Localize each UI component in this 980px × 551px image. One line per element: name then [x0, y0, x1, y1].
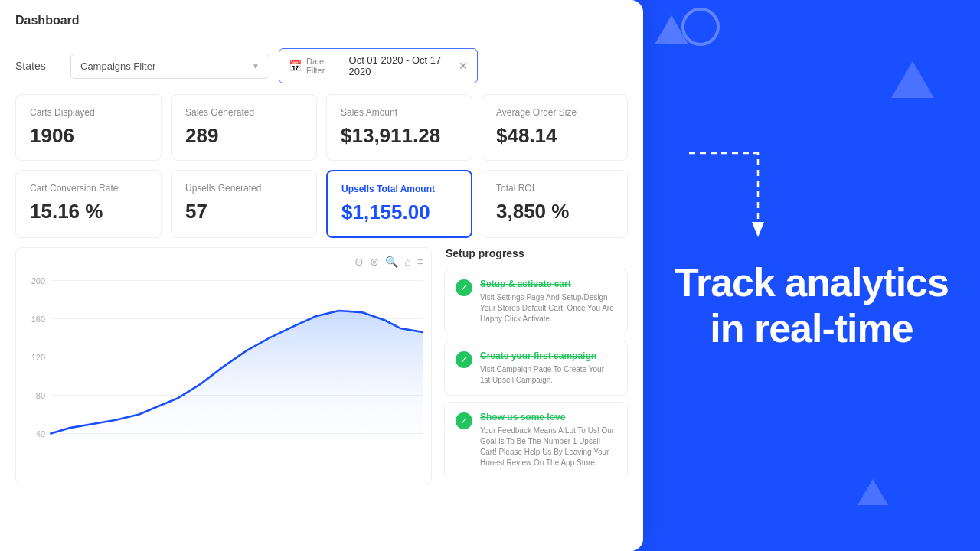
stat-value-sales-amount: $13,911.28 — [341, 124, 458, 148]
chevron-down-icon: ▼ — [252, 62, 260, 70]
states-label: States — [15, 60, 61, 72]
setup-progress-panel: Setup progress ✓Setup & activate cartVis… — [444, 247, 628, 484]
campaigns-filter-dropdown[interactable]: Campaigns Filter ▼ — [70, 54, 270, 79]
stat-card-upsells-generated: Upsells Generated57 — [171, 170, 317, 238]
calendar-icon: 📅 — [289, 60, 302, 72]
stat-value-sales-generated: 289 — [185, 124, 302, 148]
dashboard-header: Dashboard — [0, 0, 643, 37]
stat-value-carts-displayed: 1906 — [30, 124, 147, 148]
stat-value-average-order-size: $48.14 — [496, 124, 613, 148]
stat-value-cart-conversion-rate: 15.16 % — [30, 200, 147, 223]
stat-label-upsells-total-amount: Upsells Total Amount — [341, 184, 457, 194]
stat-label-total-roi: Total ROI — [496, 183, 613, 194]
setup-item-desc-show-us-love: Your Feedback Means A Lot To Us! Our Goa… — [480, 425, 616, 468]
date-filter-close-icon[interactable]: ✕ — [459, 60, 468, 72]
svg-text:80: 80 — [36, 391, 45, 400]
stat-value-total-roi: 3,850 % — [496, 200, 613, 223]
stat-label-cart-conversion-rate: Cart Conversion Rate — [30, 183, 147, 194]
stat-label-sales-generated: Sales Generated — [185, 107, 302, 118]
setup-check-icon-create-first-campaign: ✓ — [456, 351, 472, 368]
setup-item-create-first-campaign: ✓Create your first campaignVisit Campaig… — [444, 341, 628, 396]
setup-item-desc-setup-activate-cart: Visit Settings Page And Setup/Design You… — [480, 292, 616, 324]
stat-label-sales-amount: Sales Amount — [341, 107, 458, 118]
stat-value-upsells-total-amount: $1,155.00 — [341, 201, 457, 224]
svg-text:120: 120 — [31, 353, 45, 362]
svg-marker-10 — [752, 222, 764, 237]
promo-area: Track analytics in real-time — [643, 0, 980, 551]
chart-icon-4[interactable]: ⌂ — [404, 256, 410, 268]
chart-icon-5[interactable]: ≡ — [417, 256, 423, 268]
stat-card-average-order-size: Average Order Size$48.14 — [482, 94, 628, 161]
stat-card-total-roi: Total ROI3,850 % — [482, 170, 628, 238]
promo-headline: Track analytics in real-time — [674, 260, 949, 352]
stat-label-upsells-generated: Upsells Generated — [185, 183, 302, 194]
stats-row-1: Carts Displayed1906Sales Generated289Sal… — [0, 94, 643, 170]
dashboard-panel: Dashboard States Campaigns Filter ▼ 📅 Da… — [0, 0, 643, 551]
stat-label-average-order-size: Average Order Size — [496, 107, 613, 118]
setup-item-show-us-love: ✓Show us some loveYour Feedback Means A … — [444, 402, 628, 478]
stat-card-upsells-total-amount: Upsells Total Amount$1,155.00 — [326, 170, 472, 238]
bottom-section: ⊙ ⊚ 🔍 ⌂ ≡ 200 160 120 80 40 — [0, 247, 643, 484]
chart-icon-2[interactable]: ⊚ — [370, 256, 379, 268]
setup-check-icon-show-us-love: ✓ — [456, 412, 472, 429]
stat-label-carts-displayed: Carts Displayed — [30, 107, 147, 118]
setup-item-title-create-first-campaign: Create your first campaign — [480, 350, 616, 361]
svg-text:160: 160 — [31, 315, 45, 324]
svg-text:40: 40 — [36, 429, 45, 439]
setup-items-list: ✓Setup & activate cartVisit Settings Pag… — [444, 269, 628, 478]
stats-row-2: Cart Conversion Rate15.16 %Upsells Gener… — [0, 170, 643, 247]
setup-progress-title: Setup progress — [444, 247, 628, 259]
date-filter-label: Date Filter — [306, 57, 341, 75]
svg-text:200: 200 — [31, 276, 45, 285]
setup-check-icon-setup-activate-cart: ✓ — [456, 279, 472, 296]
stat-card-carts-displayed: Carts Displayed1906 — [15, 94, 162, 161]
date-range-value: Oct 01 2020 - Oct 17 2020 — [349, 54, 454, 77]
filters-row: States Campaigns Filter ▼ 📅 Date Filter … — [0, 37, 643, 94]
setup-item-title-setup-activate-cart: Setup & activate cart — [480, 279, 616, 289]
setup-item-title-show-us-love: Show us some love — [480, 412, 616, 422]
stat-card-sales-generated: Sales Generated289 — [171, 94, 317, 161]
chart-area: ⊙ ⊚ 🔍 ⌂ ≡ 200 160 120 80 40 — [15, 247, 432, 484]
campaigns-filter-label: Campaigns Filter — [80, 60, 252, 72]
chart-svg: 200 160 120 80 40 — [24, 272, 423, 464]
stat-value-upsells-generated: 57 — [185, 200, 302, 223]
stat-card-sales-amount: Sales Amount$13,911.28 — [326, 94, 472, 161]
page-title: Dashboard — [15, 14, 80, 27]
date-filter[interactable]: 📅 Date Filter Oct 01 2020 - Oct 17 2020 … — [279, 48, 478, 83]
setup-item-desc-create-first-campaign: Visit Campaign Page To Create Your 1st U… — [480, 364, 616, 386]
setup-item-setup-activate-cart: ✓Setup & activate cartVisit Settings Pag… — [444, 269, 628, 334]
dashed-arrow — [681, 145, 773, 245]
chart-toolbar: ⊙ ⊚ 🔍 ⌂ ≡ — [24, 256, 423, 268]
stat-card-cart-conversion-rate: Cart Conversion Rate15.16 % — [15, 170, 162, 238]
chart-icon-1[interactable]: ⊙ — [354, 256, 364, 268]
chart-icon-3[interactable]: 🔍 — [385, 256, 398, 268]
